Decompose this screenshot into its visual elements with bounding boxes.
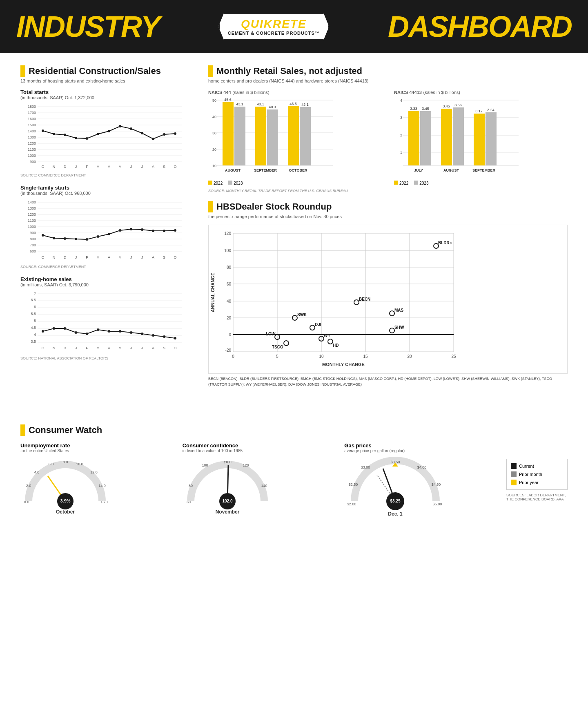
svg-text:140: 140 [261, 484, 267, 488]
svg-text:J: J [141, 346, 143, 350]
hbs-scatter-chart: 120 100 80 60 40 20 0 -20 0 5 10 15 20 2… [208, 225, 568, 374]
svg-rect-166 [408, 111, 419, 165]
svg-text:1600: 1600 [28, 117, 36, 121]
svg-point-31 [163, 133, 165, 136]
consumer-legend: Current Prior month Prior year SOURCES: … [506, 459, 568, 501]
svg-text:3.5: 3.5 [31, 339, 36, 344]
consumer-row: Unemployment rate for the entire United … [20, 442, 568, 523]
svg-text:5: 5 [276, 354, 278, 359]
svg-text:HD: HD [333, 343, 339, 348]
svg-text:J: J [75, 255, 77, 259]
existing-home-svg: 7 6.5 6 5.5 5 4.5 4 3.5 [20, 289, 192, 355]
svg-text:N: N [53, 255, 56, 259]
header-dashboard-text: DASHBOARD [388, 10, 572, 43]
confidence-label: Consumer confidence [183, 442, 336, 449]
svg-text:M: M [118, 165, 122, 169]
svg-text:4.5: 4.5 [31, 326, 36, 330]
single-family-chart: Single-family starts (in thousands, SAAR… [20, 185, 192, 269]
svg-text:N: N [53, 165, 56, 169]
svg-rect-148 [267, 109, 278, 165]
svg-text:1: 1 [400, 150, 402, 154]
header: INDUSTRY QUIKRETE CEMENT & CONCRETE PROD… [0, 0, 588, 53]
svg-text:80: 80 [227, 265, 232, 270]
svg-text:4: 4 [400, 98, 402, 103]
svg-text:J: J [141, 255, 143, 259]
svg-point-74 [152, 230, 154, 232]
svg-text:A: A [108, 165, 110, 169]
main-content: Residential Construction/Sales 13 months… [0, 53, 588, 408]
hbs-stock-legend: BECN (BEACON); BLDR (BUILDERS FIRSTSOURC… [208, 376, 568, 387]
svg-text:J: J [75, 346, 77, 350]
svg-text:J: J [130, 165, 132, 169]
svg-text:1100: 1100 [28, 219, 36, 223]
svg-rect-146 [255, 107, 266, 165]
naics44413-sublabel: (sales in $ billions) [423, 90, 460, 95]
svg-rect-142 [223, 102, 234, 165]
legend-prior-year-swatch [511, 480, 517, 485]
svg-text:$2.00: $2.00 [347, 502, 356, 506]
svg-text:20: 20 [212, 147, 216, 152]
svg-point-106 [42, 330, 44, 333]
svg-point-29 [141, 132, 143, 134]
svg-text:25: 25 [451, 354, 456, 359]
svg-text:A: A [108, 346, 110, 350]
svg-text:120: 120 [224, 231, 231, 236]
svg-text:10.0: 10.0 [76, 462, 83, 466]
svg-point-32 [174, 132, 176, 135]
svg-point-65 [53, 237, 55, 239]
svg-text:14.0: 14.0 [98, 484, 106, 488]
svg-text:3.24: 3.24 [487, 108, 494, 112]
svg-text:15: 15 [363, 354, 368, 359]
svg-rect-170 [441, 109, 452, 165]
svg-point-70 [108, 233, 110, 235]
gas-sublabel: average price per gallon (regular) [344, 449, 498, 453]
svg-text:5.5: 5.5 [31, 312, 36, 316]
svg-point-68 [86, 238, 88, 241]
svg-text:1800: 1800 [28, 105, 36, 109]
logo-sub: CEMENT & CONCRETE PRODUCTS™ [228, 31, 320, 36]
hbs-subtitle: the percent-change performance of stocks… [208, 214, 568, 219]
svg-text:M: M [96, 255, 100, 259]
svg-text:40: 40 [227, 299, 232, 304]
svg-text:20: 20 [407, 354, 412, 359]
svg-point-76 [174, 229, 176, 232]
svg-point-111 [97, 328, 99, 331]
svg-text:3.33: 3.33 [410, 107, 417, 111]
consumer-section: Consumer Watch Unemployment rate for the… [0, 416, 588, 535]
svg-text:1000: 1000 [28, 154, 36, 158]
svg-text:MAS: MAS [394, 308, 404, 313]
svg-text:16.0: 16.0 [100, 500, 108, 504]
svg-text:0.0: 0.0 [24, 500, 29, 504]
svg-point-30 [152, 138, 154, 140]
legend-box: Current Prior month Prior year [506, 459, 568, 490]
svg-text:3.56: 3.56 [454, 103, 462, 107]
svg-text:BECN: BECN [359, 297, 370, 301]
hbs-title: HBSDealer Stock Roundup [208, 201, 568, 212]
total-starts-label: Total starts [20, 89, 192, 95]
svg-text:$5.00: $5.00 [433, 502, 442, 506]
consumer-title-bar [20, 424, 25, 436]
total-starts-svg: 1800 1700 1600 1500 1400 1300 1200 1100 … [20, 102, 192, 172]
existing-home-label: Existing-home sales [20, 276, 192, 282]
svg-text:M: M [118, 346, 122, 350]
svg-text:6.0: 6.0 [49, 462, 54, 466]
retail-source: SOURCE: MONTHLY RETAIL TRADE REPORT FROM… [208, 189, 568, 193]
residential-section: Residential Construction/Sales 13 months… [20, 65, 192, 395]
svg-point-115 [141, 333, 143, 335]
svg-point-113 [119, 330, 121, 333]
svg-text:WY: WY [324, 333, 330, 338]
svg-text:O: O [174, 165, 176, 169]
svg-point-109 [75, 331, 77, 334]
naics44413-legend: 2022 2023 [394, 181, 568, 185]
svg-text:43.1: 43.1 [236, 102, 243, 106]
svg-point-71 [119, 229, 121, 232]
total-starts-chart: Total starts (in thousands, SAAR) Oct. 1… [20, 89, 192, 177]
svg-text:1300: 1300 [28, 135, 36, 139]
right-column: Monthly Retail Sales, not adjusted home … [208, 65, 568, 395]
svg-text:↑100: ↑100 [223, 460, 232, 464]
svg-text:40.3: 40.3 [269, 105, 276, 109]
svg-text:43.5: 43.5 [290, 102, 297, 106]
residential-subtitle: 13 months of housing starts and existing… [20, 78, 192, 83]
svg-point-107 [53, 327, 55, 330]
svg-text:45.6: 45.6 [224, 98, 232, 102]
